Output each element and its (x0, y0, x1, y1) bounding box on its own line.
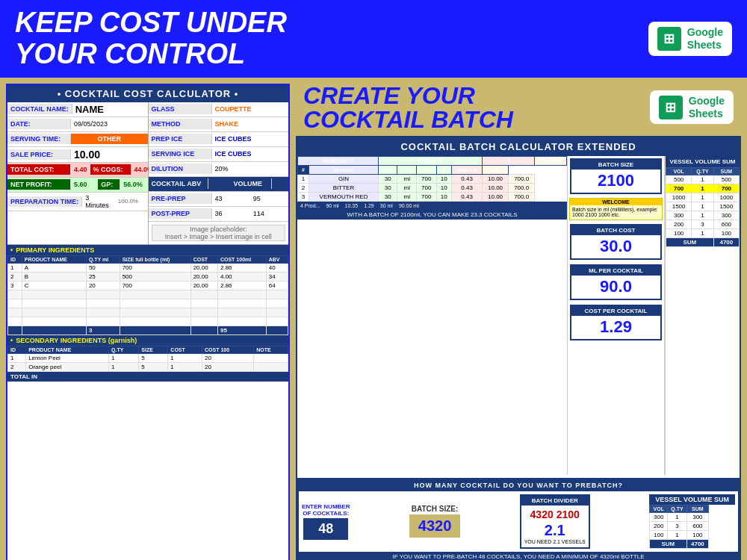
total-cost-value: 4.40 (71, 164, 90, 175)
list-item: 1GIN30ml700100.4310.00700.0 (298, 174, 567, 183)
list-item: 1001100 (666, 228, 740, 237)
net-profit-value: 5.60 (71, 179, 98, 190)
total-row: 395 (8, 326, 288, 335)
prebatch-content: ENTER NUMBEROF COCKTAILS: 48 BATCH SIZE:… (299, 491, 738, 552)
pre-prep-label: PRE-PREP (149, 193, 212, 204)
vessel-sum-table: VOLQ.TYSUM 3001300 2003600 1001100 SUM47… (649, 505, 709, 549)
banner-title: KEEP COST UNDER YOUR CONTROL (15, 7, 287, 70)
cocktail-abv-label: COCKTAIL ABV (149, 178, 208, 189)
batch-calc-header: COCKTAIL BATCH CALCULATOR EXTENDED (297, 137, 740, 156)
google-sheets-icon: ⊞ (657, 27, 681, 51)
cocktail-form-right: GLASS COUPETTE METHOD SHAKE PREP ICE ICE… (149, 102, 289, 244)
table-row-empty (8, 317, 288, 326)
glass-value: COUPETTE (212, 104, 289, 114)
batch-size-group: BATCH SIZE: 4320 (409, 505, 461, 538)
table-row-empty (8, 308, 288, 317)
batch-ingredients-table: INGREDIENT PRODUCT $ TO USE # product q.… (297, 156, 567, 202)
pct-cogs-label: % COGS: (90, 164, 131, 175)
batch-calc-panel: COCKTAIL BATCH CALCULATOR EXTENDED INGRE… (296, 136, 741, 560)
right-panel: CREATE YOUR COCKTAIL BATCH ⊞ Google Shee… (296, 84, 741, 560)
list-item: 3VERMOUTH RED30ml700100.4310.00700.0 (298, 192, 567, 201)
batch-divider-group: BATCH DIVIDER 4320 2100 2.1 YOU NEED 2.1… (520, 494, 590, 549)
batch-banner: CREATE YOUR COCKTAIL BATCH ⊞ Google Shee… (296, 84, 741, 131)
batch-title: CREATE YOUR COCKTAIL BATCH (303, 84, 513, 131)
primary-ingredients-table: ID PRODUCT NAME Q.TY ml SIZE full bottle… (7, 255, 288, 335)
secondary-section-header: SECONDARY INGREDIENTS (garnish) (7, 335, 288, 346)
batch-content: INGREDIENT PRODUCT $ TO USE # product q.… (297, 156, 740, 475)
cocktail-name-label: COCKTAIL NAME: (7, 104, 72, 114)
date-label: DATE: (7, 119, 71, 129)
batch-table-footer: 4 Prod... 90 ml 10.35 1.29 30 ml 90.00 m… (297, 202, 567, 210)
table-row: 2B2550020.004.0034 (8, 272, 288, 281)
dilution-value: 20% (212, 164, 289, 174)
vessel-panel: VESSEL VOLUME SUM VOL Q.TY SUM 500150070… (665, 156, 740, 475)
list-item: 7001700 (666, 184, 740, 193)
list-item: 2BITTER30ml700100.4310.00700.0 (298, 183, 567, 192)
sale-price-label: SALE PRICE: (7, 149, 71, 160)
batch-note: WITH A BATCH OF 2100ml, YOU CAN MAKE 23.… (297, 210, 567, 220)
serving-time-value: OTHER (71, 134, 148, 144)
prebatch-area: HOW MANY COCKTAIL DO YOU WANT TO PREBATC… (297, 478, 740, 560)
list-item: 5001500 (666, 175, 740, 184)
top-banner: KEEP COST UNDER YOUR CONTROL ⊞ Google Sh… (0, 0, 747, 78)
batch-google-sheets-label: Google Sheets (689, 95, 725, 120)
prep-time-label: PREPARATION TIME: (7, 196, 82, 207)
pre-prep-value: 43 (212, 193, 250, 204)
post-prep-value: 36 (212, 208, 250, 219)
serving-ice-label: SERVING ICE (149, 149, 212, 159)
main-layout: • COCKTAIL COST CALCULATOR • COCKTAIL NA… (0, 78, 747, 560)
table-row: 1A5070020.002.8640 (8, 263, 288, 272)
cocktail-name-value: NAME (72, 102, 148, 116)
vessel-table: VOL Q.TY SUM 500150070017001000110001500… (666, 167, 740, 247)
enter-cocktails-group: ENTER NUMBEROF COCKTAILS: 48 (302, 503, 350, 540)
google-sheets-badge: ⊞ Google Sheets (648, 22, 732, 56)
pre-prep-vol: 95 (250, 193, 288, 204)
prep-time-value: 3 Minutes (82, 193, 115, 211)
method-value: SHAKE (212, 119, 289, 129)
cocktail-form-left: COCKTAIL NAME: NAME DATE: 09/05/2023 SER… (7, 102, 149, 244)
gp-value: 56.0% (120, 179, 147, 190)
welcome-box: WELCOME Batch size in ml (milliliters), … (569, 198, 663, 220)
batch-main: INGREDIENT PRODUCT $ TO USE # product q.… (297, 156, 568, 475)
calc-header: • COCKTAIL COST CALCULATOR • (7, 85, 288, 102)
list-item: 2003600 (666, 220, 740, 228)
prebatch-note: IF YOU WANT TO PRE-BATCH 48 COCKTAILS, Y… (299, 552, 738, 560)
table-row: 2Orange peel15120 (8, 362, 288, 371)
batch-size-box: BATCH SIZE 2100 (570, 158, 662, 194)
sale-price-value: 10.00 (71, 147, 148, 162)
enter-cocktails-value: 48 (303, 518, 348, 540)
vessel-sum-group: VESSEL VOLUME SUM VOLQ.TYSUM 3001300 200… (649, 494, 735, 549)
total-cost-label: TOTAL COST: (7, 164, 71, 175)
table-row-empty (8, 290, 288, 299)
prep-pct: 100.0% (115, 196, 148, 206)
net-profit-label: NET PROFIT: (7, 179, 71, 190)
left-panel: • COCKTAIL COST CALCULATOR • COCKTAIL NA… (6, 84, 290, 560)
batch-right-panel: BATCH SIZE 2100 WELCOME Batch size in ml… (568, 156, 665, 475)
cost-per-cocktail-box: COST PER COCKTAIL 1.29 (570, 305, 662, 340)
date-value: 09/05/2023 (71, 119, 148, 129)
glass-label: GLASS (149, 104, 212, 114)
vessel-sum-row: SUM4700 (666, 237, 740, 246)
google-sheets-label: Google Sheets (687, 26, 723, 52)
volume-label: VOLUME (231, 178, 272, 189)
post-prep-label: POST-PREP (149, 208, 212, 219)
prep-ice-value: ICE CUBES (212, 134, 289, 144)
table-row: 1Lemon Peel15120 (8, 353, 288, 362)
batch-size-value: 4320 (409, 514, 461, 538)
gp-label: GP: (98, 179, 120, 190)
list-item: 3001300 (666, 211, 740, 220)
table-row-empty (8, 299, 288, 308)
list-item: 150011500 (666, 202, 740, 211)
prep-ice-label: PREP ICE (149, 134, 212, 144)
table-row: 3C2070020.002.8664 (8, 281, 288, 290)
cocktail-image-placeholder: Image placeholder:Insert > Image > Inser… (152, 225, 286, 241)
dilution-label: DILUTION (149, 164, 212, 174)
list-item: 100011000 (666, 193, 740, 202)
method-label: METHOD (149, 119, 212, 129)
secondary-ingredients-table: ID PRODUCT NAME Q.TY SIZE COST COST 100 … (7, 346, 288, 372)
total-in-bar: TOTAL IN (7, 372, 288, 382)
primary-section-header: PRIMARY INGREDIENTS (7, 245, 288, 255)
batch-google-sheets-badge: ⊞ Google Sheets (650, 90, 734, 125)
post-prep-vol: 114 (250, 208, 288, 219)
ml-per-cocktail-box: ML PER COCKTAIL 90.0 (570, 264, 662, 300)
